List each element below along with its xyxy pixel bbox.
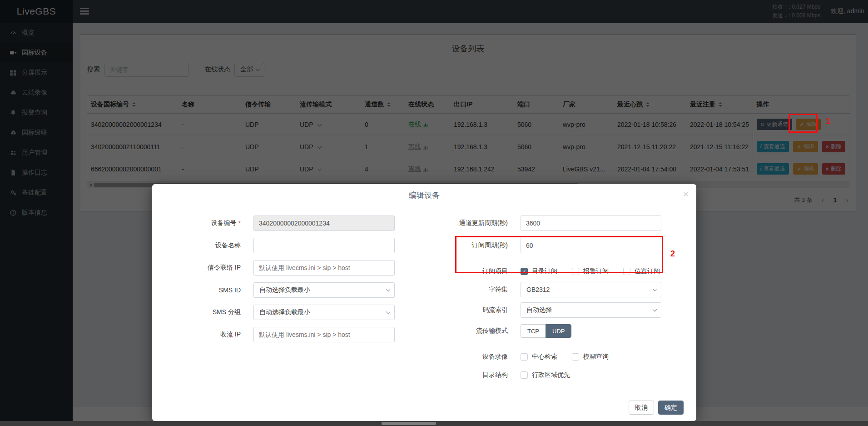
chevron-down-icon	[653, 307, 657, 312]
chevron-down-icon	[653, 287, 657, 291]
device-id-label: 设备编号*	[157, 216, 241, 231]
subscribe-items-label: 订阅项目	[424, 264, 508, 279]
sip-contact-ip-field[interactable]	[253, 260, 395, 276]
tcp-toggle-button[interactable]: TCP	[521, 324, 546, 338]
device-name-field[interactable]	[253, 238, 395, 253]
dir-structure-label: 目录结构	[424, 367, 508, 383]
modal-title: 编辑设备	[152, 184, 696, 206]
channel-refresh-field[interactable]	[521, 216, 661, 231]
recv-stream-ip-label: 收流 IP	[157, 327, 241, 342]
admin-region-priority-checkbox[interactable]	[521, 371, 528, 379]
page-horizontal-scrollbar[interactable]	[0, 421, 868, 426]
stream-index-label: 码流索引	[424, 302, 508, 318]
annotation-number-1: 1	[826, 116, 830, 126]
sip-contact-ip-label: 信令联络 IP	[157, 260, 241, 276]
sms-id-label: SMS ID	[157, 282, 241, 298]
sms-id-select[interactable]: 自动选择负载最小	[253, 282, 395, 298]
position-subscribe-label: 位置订阅	[635, 267, 660, 276]
scrollbar-thumb[interactable]	[382, 422, 436, 425]
admin-region-priority-label: 行政区域优先	[532, 371, 570, 379]
center-search-checkbox[interactable]	[521, 353, 528, 361]
catalog-subscribe-checkbox[interactable]: ✓	[521, 268, 528, 275]
chevron-down-icon	[386, 287, 391, 292]
alarm-subscribe-label: 报警订阅	[583, 267, 609, 276]
annotation-number-2: 2	[670, 249, 675, 259]
recv-stream-ip-field[interactable]	[253, 327, 395, 342]
chevron-down-icon	[386, 310, 391, 314]
subscribe-cycle-field[interactable]	[521, 238, 661, 253]
stream-mode-label: 流传输模式	[424, 323, 508, 339]
fuzzy-query-checkbox[interactable]	[572, 353, 579, 361]
udp-toggle-button[interactable]: UDP	[546, 324, 571, 338]
edit-device-modal: 编辑设备 × 设备编号* 设备名称 信令联络 IP SMS ID 自动选择负载最…	[152, 184, 696, 421]
required-mark: *	[238, 220, 241, 227]
subscribe-cycle-label: 订阅周期(秒)	[424, 238, 508, 253]
fuzzy-query-label: 模糊查询	[583, 353, 609, 361]
close-icon[interactable]: ×	[683, 189, 689, 200]
confirm-button[interactable]: 确定	[658, 401, 684, 415]
catalog-subscribe-label: 目录订阅	[532, 267, 557, 276]
device-record-label: 设备录像	[424, 349, 508, 365]
charset-label: 字符集	[424, 282, 508, 297]
sms-group-select[interactable]: 自动选择负载最小	[253, 305, 395, 320]
center-search-label: 中心检索	[532, 353, 557, 361]
stream-index-select[interactable]: 自动选择	[521, 302, 661, 318]
device-id-field	[253, 216, 395, 231]
check-icon: ✓	[522, 269, 526, 275]
device-name-label: 设备名称	[157, 238, 241, 253]
charset-select[interactable]: GB2312	[521, 282, 661, 297]
position-subscribe-checkbox[interactable]	[623, 268, 630, 275]
channel-refresh-label: 通道更新周期(秒)	[424, 216, 508, 231]
sms-group-label: SMS 分组	[157, 305, 241, 320]
cancel-button[interactable]: 取消	[629, 401, 654, 415]
modal-footer: 取消 确定	[152, 394, 696, 421]
alarm-subscribe-checkbox[interactable]	[572, 268, 579, 275]
